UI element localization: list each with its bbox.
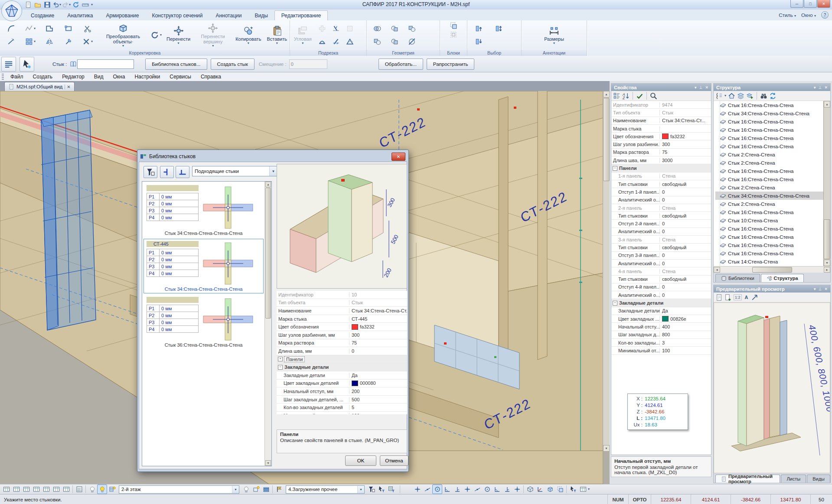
wireframe-view-icon[interactable]: [525, 484, 535, 494]
collapse-icon[interactable]: −: [278, 365, 283, 370]
scroll-left-icon[interactable]: ◄: [714, 267, 720, 273]
joint-list-item[interactable]: P10 ммP20 ммP30 ммP40 ммСтык 34:Стена-Ст…: [144, 183, 264, 237]
property-value[interactable]: fa3232: [349, 324, 375, 330]
panel-close-icon[interactable]: ✕: [705, 85, 708, 90]
scissors-icon[interactable]: [78, 22, 97, 35]
offset-input[interactable]: [289, 59, 327, 69]
scroll-right-icon[interactable]: ►: [824, 267, 830, 273]
property-value[interactable]: 300: [660, 142, 670, 147]
shaded-view-icon[interactable]: [545, 484, 555, 494]
arch-cut-icon[interactable]: [315, 35, 329, 48]
property-row[interactable]: 1-я панельСтена: [611, 172, 711, 180]
snap-tangent-icon[interactable]: [482, 484, 492, 494]
report-icon-4[interactable]: [31, 484, 41, 494]
boolean-intersect-icon[interactable]: [386, 22, 403, 35]
property-row[interactable]: Тип стыковкисвободный: [611, 276, 711, 283]
tree-item[interactable]: Стык 2:Стена-Стена: [715, 150, 830, 159]
select-level-down-icon[interactable]: [469, 35, 489, 48]
tab-1[interactable]: Предварительный просмотр: [715, 475, 780, 483]
property-row[interactable]: Аналитический о...0: [611, 260, 711, 267]
joint-list-item[interactable]: СТ-445P10 ммP20 ммP30 ммP40 ммСтык 34:Ст…: [144, 239, 264, 293]
joint-library-button[interactable]: Библиотека стыков...: [145, 59, 207, 70]
property-value[interactable]: 0: [660, 284, 665, 289]
lamp-on-icon[interactable]: [97, 484, 107, 494]
table-filter-icon[interactable]: [578, 484, 588, 494]
viewport-vertical-scrollbar[interactable]: ▲ ▼: [603, 91, 610, 452]
property-value[interactable]: 5: [349, 405, 354, 410]
property-row[interactable]: Идентификатор9474: [611, 101, 711, 109]
dialog-titlebar[interactable]: Библиотека стыков ✕: [139, 151, 407, 162]
property-value[interactable]: 3000: [660, 158, 672, 163]
snap-node-icon[interactable]: [412, 484, 422, 494]
property-row[interactable]: Шаг узлов разбиения, мм300: [277, 331, 407, 339]
ribbon-tab[interactable]: Аналитика: [61, 11, 99, 20]
property-row[interactable]: 4-я панельСтена: [611, 267, 711, 275]
property-value[interactable]: свободный: [660, 245, 686, 250]
scroll-up-icon[interactable]: ▲: [603, 91, 610, 98]
property-value[interactable]: 300: [349, 332, 359, 338]
ribbon-tab[interactable]: Создание: [24, 11, 61, 20]
tree-item[interactable]: Стык 16:Стена-Стена-Стена: [715, 134, 830, 142]
joint-preview-3d[interactable]: 400, 600, 800, 1000: [714, 302, 830, 473]
joint-type-horizontal-icon[interactable]: [176, 166, 189, 178]
panel-cross-icon[interactable]: [315, 22, 329, 35]
property-row[interactable]: Кол-во закладных деталей5: [277, 403, 407, 412]
property-value[interactable]: свободный: [660, 182, 686, 187]
report-icon-3[interactable]: [21, 484, 31, 494]
joint-preview-3d[interactable]: 300 500 200: [277, 164, 407, 289]
property-row[interactable]: Тип объектаСтык: [611, 109, 711, 117]
fit-view-icon[interactable]: [751, 294, 758, 301]
snap-angle-icon[interactable]: [442, 484, 452, 494]
property-row[interactable]: Кол-во закладны...3: [611, 339, 711, 347]
snap-grid-icon[interactable]: [512, 484, 522, 494]
array-grid-icon[interactable]: ▾: [21, 35, 40, 48]
property-row[interactable]: −Закладные детали: [611, 299, 711, 307]
num-indicator[interactable]: NUM: [607, 494, 628, 504]
axes-view-icon[interactable]: [535, 484, 545, 494]
report-icon-6[interactable]: [51, 484, 61, 494]
filter-joints-icon[interactable]: [144, 166, 157, 178]
loadcase-icon[interactable]: №: [274, 484, 284, 494]
categorize-icon[interactable]: [613, 92, 620, 100]
tree-item[interactable]: Стык 14:Стена-Стена: [715, 266, 830, 266]
property-value[interactable]: Стена: [660, 173, 675, 179]
cursor-filter-icon[interactable]: [376, 484, 386, 494]
scroll-thumb[interactable]: [752, 267, 792, 273]
scroll-thumb[interactable]: [824, 219, 830, 259]
layers-icon[interactable]: [737, 92, 744, 100]
property-row[interactable]: Шаг узлов разбиени...300: [611, 140, 711, 148]
property-value[interactable]: 100: [660, 348, 670, 353]
panel-close-icon[interactable]: ✕: [824, 85, 828, 90]
property-row[interactable]: Отступ 1-й панел...0: [611, 188, 711, 196]
joint-filter-dropdown[interactable]: Подходящие стыки ▼: [192, 166, 277, 176]
move-button[interactable]: Перенести▾: [164, 24, 193, 46]
property-row[interactable]: Аналитический о...0: [611, 228, 711, 236]
property-value[interactable]: 500: [349, 397, 359, 402]
loadcase-select[interactable]: 4.Загружение прочее ▼: [286, 485, 365, 494]
property-row[interactable]: 3-я панельСтена: [611, 236, 711, 244]
ribbon-tab[interactable]: Аннотации: [209, 11, 248, 20]
property-row[interactable]: Минимальный от...100: [611, 347, 711, 354]
property-row[interactable]: НаименованиеСтык 34:Стена-Ст...: [611, 117, 711, 125]
menu-item[interactable]: Настройки: [130, 74, 165, 80]
scroll-down-icon[interactable]: ▼: [265, 460, 271, 466]
panel-pin-icon[interactable]: ⊥: [819, 85, 822, 90]
mirror-icon[interactable]: [40, 35, 59, 48]
menu-item[interactable]: Файл: [6, 74, 28, 80]
tab-1[interactable]: Библиотеки: [715, 274, 760, 282]
property-value[interactable]: 00826e: [660, 316, 686, 322]
tree-item[interactable]: Стык 16:Стена-Стена-Стена: [715, 126, 830, 134]
eyedropper-icon[interactable]: [59, 35, 78, 48]
property-row[interactable]: Тип стыковкисвободный: [611, 180, 711, 188]
property-row[interactable]: НаименованиеСтык 34:Стена-Стена-Ст...: [277, 307, 407, 315]
panel-close-icon[interactable]: ✕: [824, 287, 828, 291]
ribbon-tab[interactable]: Конструктор сечений: [145, 11, 209, 20]
propagate-button[interactable]: Рапространить: [427, 59, 475, 70]
menu-item[interactable]: Окна: [108, 74, 130, 80]
scroll-up-icon[interactable]: ▲: [824, 101, 830, 107]
tab-close-icon[interactable]: ✕: [65, 85, 70, 89]
object-light-icon[interactable]: [251, 484, 261, 494]
select-level-updown-icon[interactable]: [489, 22, 509, 35]
select-level-up-icon[interactable]: [469, 22, 489, 35]
selected-object[interactable]: [41, 110, 96, 330]
